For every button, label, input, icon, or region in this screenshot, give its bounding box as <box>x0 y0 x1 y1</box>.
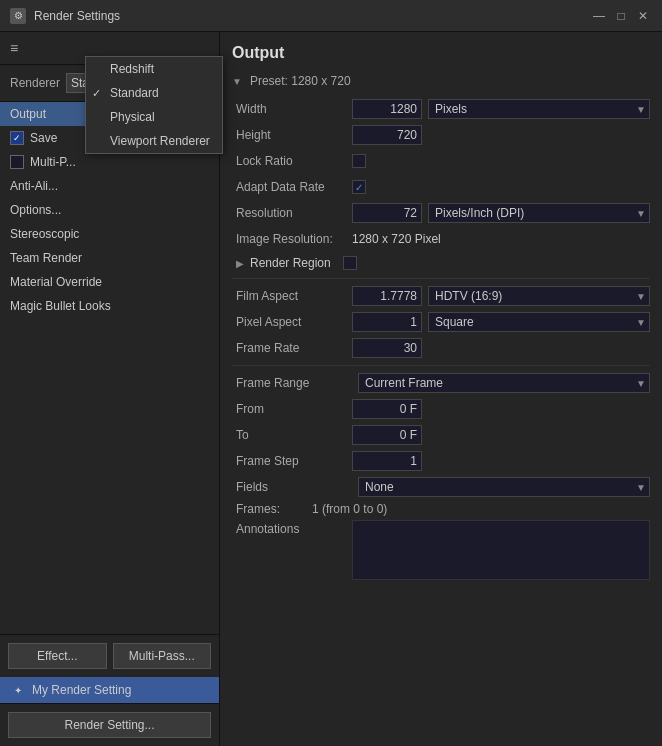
lock-ratio-label: Lock Ratio <box>232 154 352 168</box>
sidebar-bottom: Effect... Multi-Pass... ✦ My Render Sett… <box>0 634 219 746</box>
setting-icon: ✦ <box>10 682 26 698</box>
frame-rate-row: Frame Rate <box>232 337 650 359</box>
nav-label-antialias: Anti-Ali... <box>10 179 58 193</box>
preset-row: ▼ Preset: 1280 x 720 <box>232 74 650 88</box>
redshift-label: Redshift <box>110 62 154 76</box>
frames-count-value: 1 (from 0 to 0) <box>312 502 387 516</box>
width-unit-select[interactable]: Pixels Percent Centimeter <box>428 99 650 119</box>
pixel-aspect-label: Pixel Aspect <box>232 315 352 329</box>
resolution-unit-wrapper[interactable]: Pixels/Inch (DPI) Pixels/CM ▼ <box>428 203 650 223</box>
effect-buttons-row: Effect... Multi-Pass... <box>0 635 219 677</box>
multipass-button[interactable]: Multi-Pass... <box>113 643 212 669</box>
render-setting-btn-row: Render Setting... <box>0 703 219 746</box>
nav-label-stereo: Stereoscopic <box>10 227 79 241</box>
height-row: Height <box>232 124 650 146</box>
width-input[interactable] <box>352 99 422 119</box>
nav-item-stereo[interactable]: Stereoscopic <box>0 222 219 246</box>
nav-label-multipass: Multi-P... <box>30 155 76 169</box>
frame-step-input[interactable] <box>352 451 422 471</box>
height-input[interactable] <box>352 125 422 145</box>
preset-label: Preset: 1280 x 720 <box>250 74 351 88</box>
resolution-label: Resolution <box>232 206 352 220</box>
nav-label-output: Output <box>10 107 46 121</box>
renderer-label: Renderer <box>10 76 60 90</box>
title-bar: ⚙ Render Settings — □ ✕ <box>0 0 662 32</box>
nav-item-antialias[interactable]: Anti-Ali... <box>0 174 219 198</box>
image-res-value: 1280 x 720 Pixel <box>352 232 441 246</box>
fields-wrapper[interactable]: None Even Odd ▼ <box>358 477 650 497</box>
fields-select[interactable]: None Even Odd <box>358 477 650 497</box>
menu-item-physical[interactable]: Physical <box>86 105 222 129</box>
adapt-data-rate-label: Adapt Data Rate <box>232 180 352 194</box>
standard-label: Standard <box>110 86 159 100</box>
annotations-box[interactable] <box>352 520 650 580</box>
nav-item-teamrender[interactable]: Team Render <box>0 246 219 270</box>
from-row: From <box>232 398 650 420</box>
render-setting-item[interactable]: ✦ My Render Setting <box>0 677 219 703</box>
nav-item-options[interactable]: Options... <box>0 198 219 222</box>
image-resolution-row: Image Resolution: 1280 x 720 Pixel <box>232 228 650 250</box>
height-label: Height <box>232 128 352 142</box>
pixel-aspect-input[interactable] <box>352 312 422 332</box>
to-label: To <box>232 428 352 442</box>
width-label: Width <box>232 102 352 116</box>
frame-range-wrapper[interactable]: Current Frame All Frames Preview Range C… <box>358 373 650 393</box>
from-input[interactable] <box>352 399 422 419</box>
nav-checkbox-multipass[interactable] <box>10 155 24 169</box>
nav-label-options: Options... <box>10 203 61 217</box>
film-aspect-label: Film Aspect <box>232 289 352 303</box>
resolution-input[interactable] <box>352 203 422 223</box>
panel-title: Output <box>232 44 650 62</box>
pixel-aspect-unit-wrapper[interactable]: Square D1/DV NTSC D1/DV PAL ▼ <box>428 312 650 332</box>
to-input[interactable] <box>352 425 422 445</box>
right-panel: Output ▼ Preset: 1280 x 720 Width Pixels… <box>220 32 662 746</box>
adapt-data-rate-row: Adapt Data Rate <box>232 176 650 198</box>
window-title: Render Settings <box>34 9 590 23</box>
section-divider-2 <box>232 365 650 366</box>
menu-item-standard[interactable]: Standard <box>86 81 222 105</box>
nav-list: Output Save Multi-P... Anti-Ali... Optio… <box>0 102 219 634</box>
fields-label: Fields <box>232 480 352 494</box>
film-aspect-input[interactable] <box>352 286 422 306</box>
render-region-label: Render Region <box>250 256 331 270</box>
adapt-data-rate-checkbox[interactable] <box>352 180 366 194</box>
frame-range-select[interactable]: Current Frame All Frames Preview Range C… <box>358 373 650 393</box>
render-region-arrow-icon: ▶ <box>236 258 244 269</box>
nav-item-magicbullet[interactable]: Magic Bullet Looks <box>0 294 219 318</box>
effect-button[interactable]: Effect... <box>8 643 107 669</box>
nav-label-magicbullet: Magic Bullet Looks <box>10 299 111 313</box>
lock-ratio-row: Lock Ratio <box>232 150 650 172</box>
annotations-label: Annotations <box>232 520 352 536</box>
nav-label-save: Save <box>30 131 57 145</box>
frame-step-label: Frame Step <box>232 454 352 468</box>
main-container: ≡ Renderer Standard Physical Redshift Vi… <box>0 32 662 746</box>
viewport-label: Viewport Renderer <box>110 134 210 148</box>
minimize-button[interactable]: — <box>590 7 608 25</box>
app-icon: ⚙ <box>10 8 26 24</box>
render-region-row: ▶ Render Region <box>232 256 650 270</box>
frame-step-row: Frame Step <box>232 450 650 472</box>
window-controls: — □ ✕ <box>590 7 652 25</box>
pixel-aspect-select[interactable]: Square D1/DV NTSC D1/DV PAL <box>428 312 650 332</box>
maximize-button[interactable]: □ <box>612 7 630 25</box>
film-aspect-unit-wrapper[interactable]: HDTV (16:9) Film (1.85:1) Square ▼ <box>428 286 650 306</box>
render-region-checkbox[interactable] <box>343 256 357 270</box>
lock-ratio-checkbox[interactable] <box>352 154 366 168</box>
nav-checkbox-save[interactable] <box>10 131 24 145</box>
close-button[interactable]: ✕ <box>634 7 652 25</box>
render-setting-button[interactable]: Render Setting... <box>8 712 211 738</box>
frame-range-row: Frame Range Current Frame All Frames Pre… <box>232 372 650 394</box>
film-aspect-select[interactable]: HDTV (16:9) Film (1.85:1) Square <box>428 286 650 306</box>
resolution-unit-select[interactable]: Pixels/Inch (DPI) Pixels/CM <box>428 203 650 223</box>
menu-item-redshift[interactable]: Redshift <box>86 57 222 81</box>
to-row: To <box>232 424 650 446</box>
nav-item-matoverride[interactable]: Material Override <box>0 270 219 294</box>
annotations-area: Annotations <box>232 520 650 580</box>
frame-rate-input[interactable] <box>352 338 422 358</box>
width-unit-wrapper[interactable]: Pixels Percent Centimeter ▼ <box>428 99 650 119</box>
frame-range-label: Frame Range <box>232 376 352 390</box>
nav-label-matoverride: Material Override <box>10 275 102 289</box>
menu-item-viewport[interactable]: Viewport Renderer <box>86 129 222 153</box>
frames-count-label: Frames: <box>232 502 312 516</box>
from-label: From <box>232 402 352 416</box>
